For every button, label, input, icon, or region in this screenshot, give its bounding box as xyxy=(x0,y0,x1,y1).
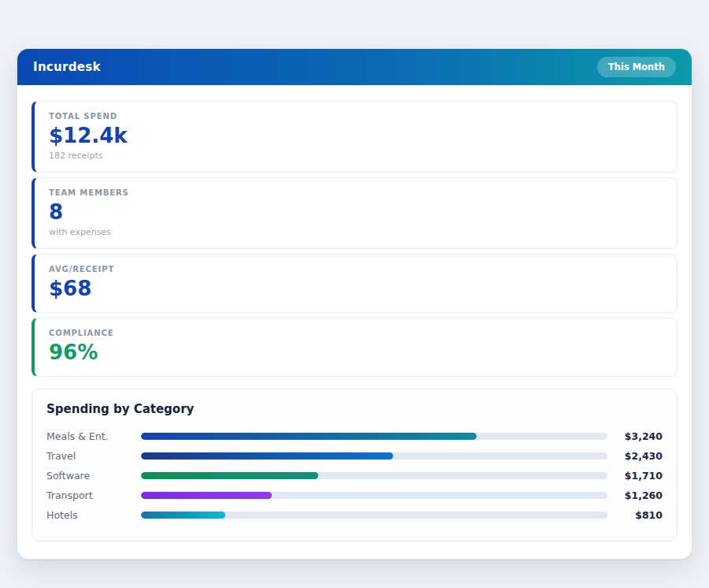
chart-category-label: Software xyxy=(46,470,141,482)
chart-value-label: $2,430 xyxy=(607,450,663,462)
stat-label: TOTAL SPEND xyxy=(49,112,663,121)
chart-title: Spending by Category xyxy=(46,402,663,416)
app-title: Incurdesk xyxy=(33,60,101,74)
chart-value-label: $3,240 xyxy=(607,430,663,442)
chart-category-label: Meals & Ent. xyxy=(46,430,141,442)
stat-card-compliance: COMPLIANCE 96% xyxy=(32,318,677,377)
chart-bar-track xyxy=(141,472,607,479)
chart-bar-fill xyxy=(141,472,318,479)
dashboard-card: Incurdesk This Month TOTAL SPEND $12.4k … xyxy=(17,49,692,559)
chart-value-label: $1,260 xyxy=(607,489,663,501)
stat-card-avg-receipt: AVG/RECEIPT $68 xyxy=(32,254,677,313)
stat-sublabel: 182 receipts xyxy=(49,151,663,161)
chart-bar-track xyxy=(141,492,607,499)
chart-bar-fill xyxy=(141,512,225,519)
stat-card-team-members: TEAM MEMBERS 8 with expenses xyxy=(32,177,677,249)
stat-label: AVG/RECEIPT xyxy=(49,265,663,274)
stat-card-total-spend: TOTAL SPEND $12.4k 182 receipts xyxy=(32,101,677,173)
chart-row: Meals & Ent. $3,240 xyxy=(46,426,663,446)
app-header: Incurdesk This Month xyxy=(17,49,692,85)
chart-category-label: Transport xyxy=(46,489,141,501)
chart-value-label: $1,710 xyxy=(607,470,663,482)
page-background: { "header": { "title": "Incurdesk", "bad… xyxy=(0,0,709,588)
chart-bar-track xyxy=(141,512,607,519)
stat-label: TEAM MEMBERS xyxy=(49,188,663,197)
chart-row: Software $1,710 xyxy=(46,466,663,486)
dashboard-body: TOTAL SPEND $12.4k 182 receipts TEAM MEM… xyxy=(17,85,692,559)
chart-row: Travel $2,430 xyxy=(46,446,663,466)
chart-bar-fill xyxy=(141,433,477,440)
chart-row: Transport $1,260 xyxy=(46,486,663,505)
chart-category-label: Hotels xyxy=(46,509,141,521)
spending-chart-card: Spending by Category Meals & Ent. $3,240… xyxy=(32,389,677,541)
chart-bar-fill xyxy=(141,452,393,460)
stat-value: 96% xyxy=(49,341,663,365)
stats-list: TOTAL SPEND $12.4k 182 receipts TEAM MEM… xyxy=(32,101,677,377)
stat-value: $12.4k xyxy=(49,125,663,148)
chart-bar-track xyxy=(141,433,607,440)
chart-bar-fill xyxy=(141,492,272,499)
stat-label: COMPLIANCE xyxy=(49,329,663,337)
stat-sublabel: with expenses xyxy=(49,227,663,237)
stat-value: $68 xyxy=(49,277,663,301)
period-badge[interactable]: This Month xyxy=(597,57,676,77)
chart-bar-track xyxy=(141,452,607,460)
chart-category-label: Travel xyxy=(46,450,141,462)
chart-value-label: $810 xyxy=(607,509,663,521)
stat-value: 8 xyxy=(49,201,663,225)
chart-row: Hotels $810 xyxy=(46,505,663,525)
chart-rows: Meals & Ent. $3,240 Travel $2,430 Softwa… xyxy=(46,426,663,525)
